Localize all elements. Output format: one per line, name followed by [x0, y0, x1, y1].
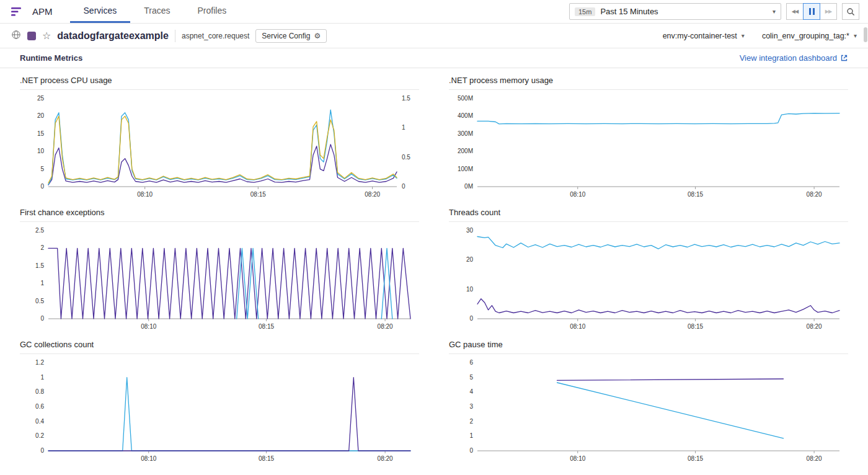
y-tick-label: 15 [37, 130, 45, 137]
series-line-purple [557, 379, 784, 380]
search-button[interactable] [842, 3, 859, 20]
x-tick-label: 08:20 [378, 455, 393, 462]
chart-title: GC collections count [20, 340, 419, 354]
tab-traces[interactable]: Traces [130, 0, 184, 23]
series-line-light-blue [48, 110, 397, 184]
chart-canvas: 010203008:1008:1508:20 [449, 223, 848, 334]
x-tick-label: 08:15 [250, 191, 266, 198]
y-tick-label: 0.5 [35, 298, 44, 304]
chevron-down-icon: ▾ [773, 8, 776, 15]
chart-canvas: 012345608:1008:1508:20 [449, 355, 848, 466]
y-tick-label: 0 [469, 315, 473, 322]
operation-name[interactable]: aspnet_core.request [182, 32, 249, 40]
datadog-logo[interactable] [11, 6, 24, 17]
time-range-label: Past 15 Minutes [600, 7, 658, 16]
runtime-metrics-header: Runtime Metrics View integration dashboa… [0, 48, 868, 68]
chart-card-gc-pause-time: GC pause time 012345608:1008:1508:20 [449, 334, 848, 466]
charts-grid: .NET process CPU usage 051015202500.511.… [0, 68, 868, 466]
env-filter-dropdown[interactable]: env:my-container-test ▾ [663, 32, 745, 40]
pause-button[interactable] [803, 3, 820, 20]
y-tick-label: 4 [469, 388, 473, 395]
x-tick-label: 08:10 [570, 191, 585, 198]
tab-services[interactable]: Services [70, 0, 131, 23]
x-tick-label: 08:20 [807, 323, 822, 330]
divider [175, 30, 175, 42]
external-link-icon [840, 54, 848, 62]
chart-card-first-chance-exceptions: First chance exceptions 00.511.522.508:1… [20, 202, 419, 334]
x-tick-label: 08:10 [570, 323, 585, 330]
service-filters: env:my-container-test ▾ colin_env_groupi… [663, 32, 857, 40]
y2-tick-label: 1.5 [402, 95, 410, 102]
chevron-down-icon: ▾ [854, 32, 857, 39]
y-tick-label: 1 [469, 432, 473, 439]
playback-controls: ◀◀ ▶▶ [786, 3, 837, 20]
y-tick-label: 1.5 [35, 262, 44, 269]
pause-icon [809, 8, 815, 15]
y-tick-label: 0 [40, 315, 44, 322]
section-title: Runtime Metrics [20, 53, 82, 63]
tab-profiles[interactable]: Profiles [184, 0, 240, 23]
y-tick-label: 0 [40, 183, 44, 190]
chart-plot[interactable]: 00.20.40.60.811.208:1008:1508:20 [20, 355, 419, 466]
x-tick-label: 08:10 [141, 455, 156, 462]
y-tick-label: 300M [458, 130, 473, 137]
x-tick-label: 08:15 [259, 323, 274, 330]
chart-card-threads-count: Threads count 010203008:1008:1508:20 [449, 202, 848, 334]
chart-title: .NET process memory usage [449, 76, 848, 90]
chevron-down-icon: ▾ [742, 32, 745, 39]
fast-forward-button[interactable]: ▶▶ [820, 3, 837, 20]
y-tick-label: 100M [458, 166, 473, 172]
y2-tick-label: 1 [402, 124, 405, 131]
chart-card-cpu-usage: .NET process CPU usage 051015202500.511.… [20, 69, 419, 202]
chart-title: .NET process CPU usage [20, 76, 419, 90]
x-tick-label: 08:15 [688, 191, 703, 198]
x-tick-label: 08:20 [807, 455, 822, 462]
time-range-badge: 15m [575, 7, 595, 16]
time-range-picker[interactable]: 15m Past 15 Minutes ▾ [569, 3, 781, 20]
series-line-light-blue [557, 383, 784, 438]
scrollbar-thumb[interactable] [864, 27, 867, 42]
y-tick-label: 2 [40, 244, 44, 251]
y-tick-label: 0.2 [35, 432, 44, 439]
x-tick-label: 08:15 [688, 455, 703, 462]
star-icon[interactable]: ☆ [42, 31, 51, 41]
chart-plot[interactable]: 00.511.522.508:1008:1508:20 [20, 223, 419, 334]
service-config-button[interactable]: Service Config ⚙ [255, 29, 327, 43]
series-line-purple [48, 378, 410, 451]
grouping-filter-dropdown[interactable]: colin_env_grouping_tag:* ▾ [762, 32, 857, 40]
x-tick-label: 08:20 [807, 191, 822, 198]
y-tick-label: 0 [40, 447, 44, 454]
chart-plot[interactable]: 010203008:1008:1508:20 [449, 223, 848, 334]
x-tick-label: 08:20 [378, 323, 393, 330]
chart-plot[interactable]: 051015202500.511.508:1008:1508:20 [20, 91, 419, 202]
grouping-filter-label: colin_env_grouping_tag:* [762, 32, 849, 40]
series-line-light-blue [477, 237, 839, 249]
nav-right-controls: 15m Past 15 Minutes ▾ ◀◀ ▶▶ [569, 3, 859, 20]
y-tick-label: 0.6 [35, 403, 44, 410]
y-tick-label: 2 [469, 418, 473, 425]
y-tick-label: 500M [458, 95, 473, 102]
fast-forward-icon: ▶▶ [825, 9, 831, 14]
x-tick-label: 08:15 [259, 455, 274, 462]
y-tick-label: 1 [40, 280, 44, 286]
chart-plot[interactable]: 012345608:1008:1508:20 [449, 355, 848, 466]
chart-plot[interactable]: 0M100M200M300M400M500M08:1008:1508:20 [449, 91, 848, 202]
series-line-purple [48, 248, 410, 319]
y-tick-label: 5 [469, 374, 473, 381]
y2-tick-label: 0.5 [402, 154, 410, 161]
y-tick-label: 10 [466, 286, 474, 293]
y-tick-label: 20 [37, 112, 45, 119]
chart-card-memory-usage: .NET process memory usage 0M100M200M300M… [449, 69, 848, 202]
integration-dashboard-link[interactable]: View integration dashboard [740, 53, 848, 63]
x-tick-label: 08:10 [137, 191, 153, 198]
y-tick-label: 5 [40, 166, 44, 172]
y-tick-label: 0.4 [35, 418, 44, 425]
y-tick-label: 1.2 [35, 359, 44, 366]
chart-canvas: 00.20.40.60.811.208:1008:1508:20 [20, 355, 419, 466]
chart-title: GC pause time [449, 340, 848, 354]
y-tick-label: 6 [469, 359, 473, 366]
y-tick-label: 30 [466, 227, 474, 234]
y2-tick-label: 0 [402, 183, 405, 190]
rewind-button[interactable]: ◀◀ [786, 3, 804, 20]
y-tick-label: 10 [37, 148, 45, 154]
